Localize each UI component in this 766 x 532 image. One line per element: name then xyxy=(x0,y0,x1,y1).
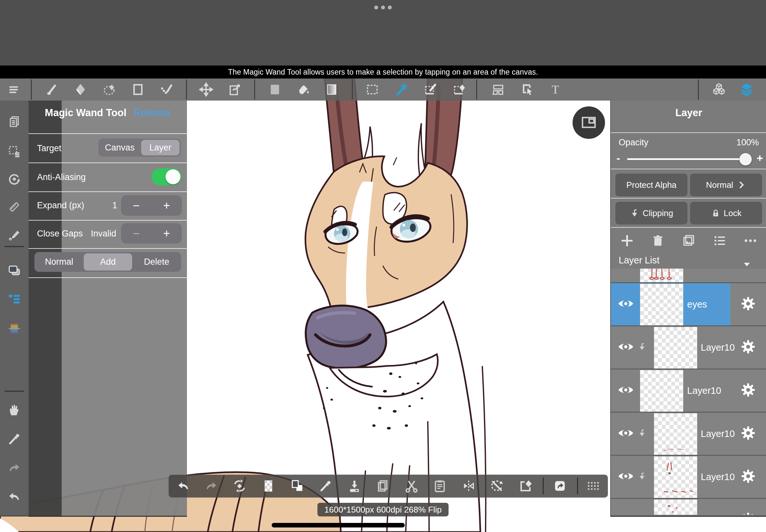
layer-visibility-icon[interactable] xyxy=(617,338,634,357)
layer-visibility-icon[interactable] xyxy=(617,381,634,400)
menu-icon[interactable] xyxy=(5,80,23,99)
layer-thumbnail[interactable] xyxy=(640,370,683,412)
layer-row[interactable] xyxy=(611,269,766,283)
home-indicator[interactable] xyxy=(272,523,405,527)
paint-bucket-icon[interactable] xyxy=(294,80,312,99)
opacity-slider-knob[interactable] xyxy=(739,153,752,165)
add-layer-button[interactable] xyxy=(618,232,636,250)
ruler-icon[interactable] xyxy=(5,198,23,216)
layer-visibility-icon[interactable] xyxy=(617,295,634,313)
clipping-button[interactable]: Clipping xyxy=(615,202,687,224)
pages-icon[interactable] xyxy=(5,113,23,131)
expand-minus-button[interactable]: − xyxy=(121,195,152,216)
selection-menu-icon[interactable] xyxy=(5,142,23,161)
materials-icon[interactable] xyxy=(710,80,728,99)
flip-horizontal-button[interactable] xyxy=(460,477,478,495)
dot-pen-tool-icon[interactable] xyxy=(157,80,175,99)
layer-thumbnail[interactable] xyxy=(640,269,683,282)
layer-thumbnail[interactable] xyxy=(654,327,697,369)
undo-icon[interactable] xyxy=(5,488,23,506)
copy-button[interactable] xyxy=(374,477,392,495)
divide-frame-icon[interactable] xyxy=(489,80,507,99)
cut-button[interactable] xyxy=(403,477,420,495)
eraser-tool-icon[interactable] xyxy=(71,80,90,99)
layer-list-view-button[interactable] xyxy=(711,232,729,250)
layer-row[interactable]: Layer10 xyxy=(611,369,766,413)
release-button[interactable]: Release xyxy=(134,107,171,118)
fill-solid-icon[interactable] xyxy=(266,80,284,99)
duplicate-layer-button[interactable] xyxy=(680,232,698,250)
disable-rotate-button[interactable] xyxy=(488,477,506,495)
share-button[interactable] xyxy=(551,477,569,495)
undo-button[interactable] xyxy=(175,477,192,495)
rotate-reset-icon[interactable] xyxy=(5,170,23,188)
rotate-canvas-icon[interactable] xyxy=(231,477,248,495)
layer-thumbnail[interactable] xyxy=(654,456,697,498)
layer-visibility-icon[interactable] xyxy=(617,468,634,486)
brush-tool-icon[interactable] xyxy=(43,80,61,99)
protect-alpha-button[interactable]: Protect Alpha xyxy=(615,174,687,196)
target-layer-option[interactable]: Layer xyxy=(141,139,179,157)
layer-thumbnail[interactable] xyxy=(654,413,697,455)
drag-handle-icon[interactable] xyxy=(585,477,602,495)
anti-aliasing-toggle[interactable] xyxy=(152,168,181,185)
mode-normal-option[interactable]: Normal xyxy=(34,252,84,272)
layer-thumbnail[interactable] xyxy=(640,284,683,325)
layer-row-eyes[interactable]: eyes xyxy=(611,283,766,326)
blend-mode-button[interactable]: Normal xyxy=(690,174,762,196)
close-gaps-minus-button[interactable]: − xyxy=(121,223,152,244)
delete-layer-button[interactable] xyxy=(649,232,667,250)
mode-add-option[interactable]: Add xyxy=(84,252,132,272)
clear-selection-button[interactable] xyxy=(517,477,535,495)
layer-settings-gear-icon[interactable] xyxy=(740,338,757,357)
close-gaps-plus-button[interactable]: + xyxy=(152,223,182,244)
select-eraser-icon[interactable] xyxy=(450,80,468,99)
select-pen-icon[interactable] xyxy=(421,80,440,99)
lock-button[interactable]: Lock xyxy=(690,202,762,224)
opacity-minus-button[interactable]: - xyxy=(614,152,623,164)
layer-row[interactable]: Layer10 xyxy=(611,326,766,369)
layer-row[interactable] xyxy=(611,499,766,515)
layer-row[interactable]: Layer10 xyxy=(611,456,766,499)
gradient-tool-icon[interactable] xyxy=(322,80,341,99)
opacity-plus-button[interactable]: + xyxy=(755,152,765,164)
layers-panel-icon[interactable] xyxy=(737,80,756,99)
paste-button[interactable] xyxy=(431,477,449,495)
move-tool-icon[interactable] xyxy=(197,80,215,99)
redo-icon[interactable] xyxy=(5,459,23,477)
layer-visibility-icon[interactable] xyxy=(617,425,634,443)
layer-row[interactable]: Layer10 xyxy=(611,413,766,456)
layer-settings-gear-icon[interactable] xyxy=(740,295,757,313)
save-button[interactable] xyxy=(346,477,363,495)
layer-settings-gear-icon[interactable] xyxy=(740,425,757,443)
redo-button[interactable] xyxy=(202,477,220,495)
mode-delete-option[interactable]: Delete xyxy=(132,252,181,272)
rectangle-tool-icon[interactable] xyxy=(129,80,147,99)
decoration-pen-icon[interactable] xyxy=(5,226,23,244)
more-options-button[interactable] xyxy=(741,232,760,250)
opacity-slider-track[interactable] xyxy=(627,158,750,160)
color-swatch-icon[interactable] xyxy=(5,262,23,280)
color-palette-icon[interactable] xyxy=(5,320,23,338)
eyedropper-button[interactable] xyxy=(317,477,334,495)
layer-settings-gear-icon[interactable] xyxy=(740,468,757,486)
layer-settings-gear-icon[interactable] xyxy=(740,511,757,515)
lasso-eraser-tool-icon[interactable] xyxy=(101,80,119,99)
select-rectangle-icon[interactable] xyxy=(363,80,381,99)
eyedropper-icon[interactable] xyxy=(5,430,23,448)
layer-thumbnail[interactable] xyxy=(654,500,697,515)
grabber-dots-icon[interactable] xyxy=(374,6,392,9)
layer-settings-gear-icon[interactable] xyxy=(740,381,757,400)
layer-visibility-icon[interactable] xyxy=(617,511,634,515)
foreground-background-color-icon[interactable] xyxy=(288,477,306,495)
text-tool-icon[interactable]: T xyxy=(546,80,565,99)
fold-arrow-icon[interactable] xyxy=(744,263,750,266)
magic-wand-icon[interactable] xyxy=(393,80,411,99)
transparency-background-icon[interactable] xyxy=(260,477,277,495)
hand-tool-icon[interactable] xyxy=(5,401,23,419)
object-select-icon[interactable] xyxy=(518,80,537,99)
brush-list-icon[interactable] xyxy=(5,290,23,308)
navigator-button[interactable] xyxy=(573,106,605,139)
transform-tool-icon[interactable] xyxy=(225,80,244,99)
target-canvas-option[interactable]: Canvas xyxy=(98,139,141,157)
